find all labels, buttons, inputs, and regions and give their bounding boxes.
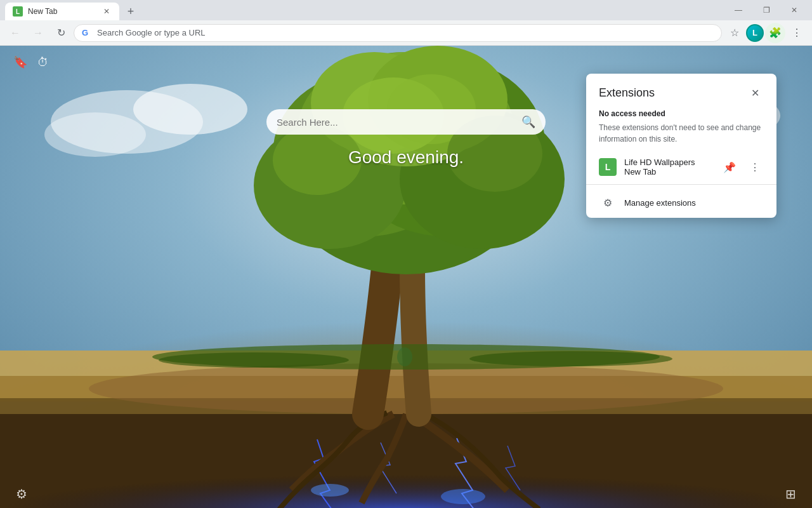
bookmark-page-button[interactable]: 🔖	[10, 52, 30, 72]
svg-point-3	[44, 112, 146, 157]
extension-more-button[interactable]: ⋮	[746, 158, 764, 176]
page-search-icon: 🔍	[521, 115, 535, 129]
history-button[interactable]: ⏱	[33, 52, 53, 72]
title-bar: L New Tab ✕ + — ❐ ✕	[0, 0, 812, 20]
extensions-title: Extensions	[599, 86, 655, 100]
tab-bar: L New Tab ✕ +	[5, 0, 726, 20]
address-text: Search Google or type a URL	[97, 28, 714, 37]
forward-button[interactable]: →	[28, 23, 48, 43]
menu-button[interactable]: ⋮	[787, 23, 807, 43]
back-button[interactable]: ←	[5, 23, 25, 43]
minimize-button[interactable]: —	[726, 0, 751, 20]
manage-extensions-item[interactable]: ⚙ Manage extensions	[586, 187, 776, 218]
extensions-no-access-title: No access needed	[586, 107, 776, 121]
svg-point-2	[133, 84, 247, 135]
svg-point-31	[469, 351, 672, 366]
page-search-bar[interactable]: 🔍	[266, 109, 546, 135]
manage-extensions-icon: ⚙	[599, 194, 617, 211]
reload-button[interactable]: ↻	[51, 23, 71, 43]
tab-title: New Tab	[28, 7, 57, 16]
extension-item-life-wallpapers[interactable]: L Life HD Wallpapers New Tab 📌 ⋮	[586, 152, 776, 182]
address-bar[interactable]: G Search Google or type a URL	[74, 24, 722, 42]
extensions-divider	[586, 184, 776, 185]
browser-frame: L New Tab ✕ + — ❐ ✕ ← → ↻ G Search Googl…	[0, 0, 812, 508]
page-content: 🔖 ⏱ 🔍 Good evening. ⚙ ⊞ Extensions ✕ No …	[0, 46, 812, 508]
tab-favicon: L	[13, 6, 23, 17]
extensions-header: Extensions ✕	[586, 74, 776, 107]
browser-toolbar: ← → ↻ G Search Google or type a URL ☆ L …	[0, 20, 812, 46]
window-controls: — ❐ ✕	[726, 0, 807, 20]
tab-close-button[interactable]: ✕	[102, 6, 112, 17]
google-logo: G	[82, 28, 92, 38]
extension-name-life: Life HD Wallpapers New Tab	[624, 157, 713, 177]
manage-extensions-label: Manage extensions	[624, 198, 696, 208]
greeting-text: Good evening.	[348, 147, 464, 168]
svg-point-30	[159, 352, 349, 368]
apps-button[interactable]: ⊞	[779, 483, 802, 505]
extension-pin-button[interactable]: 📌	[721, 158, 738, 176]
toolbar-actions: ☆ L 🧩 ⋮	[724, 23, 807, 43]
extension-icon-life: L	[599, 158, 617, 176]
extensions-popup: Extensions ✕ No access needed These exte…	[586, 74, 776, 218]
active-tab[interactable]: L New Tab ✕	[5, 3, 119, 20]
profile-button[interactable]: L	[746, 24, 764, 42]
close-button[interactable]: ✕	[782, 0, 807, 20]
extensions-no-access-desc: These extensions don't need to see and c…	[586, 121, 776, 152]
bookmark-star-button[interactable]: ☆	[724, 23, 745, 43]
page-search-input[interactable]	[277, 117, 516, 128]
extensions-close-button[interactable]: ✕	[746, 84, 764, 102]
maximize-button[interactable]: ❐	[754, 0, 779, 20]
page-bottom-bar: ⚙ ⊞	[0, 480, 812, 508]
extensions-button[interactable]: 🧩	[765, 23, 785, 43]
new-tab-button[interactable]: +	[122, 3, 140, 20]
page-settings-button[interactable]: ⚙	[10, 483, 33, 505]
